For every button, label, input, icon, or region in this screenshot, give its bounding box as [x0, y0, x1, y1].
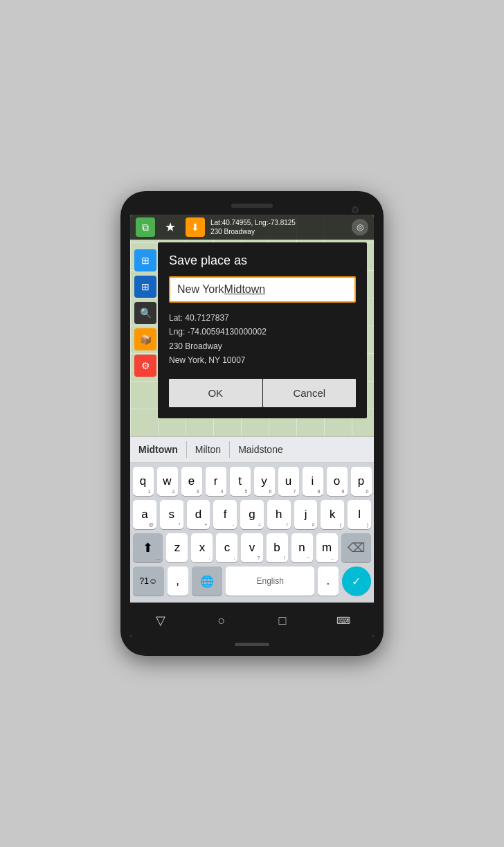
map-sidebar-icon-search[interactable]: 🔍: [134, 302, 156, 324]
key-backspace[interactable]: ⌫: [341, 533, 371, 562]
key-enter[interactable]: ✓: [342, 567, 371, 596]
key-c[interactable]: c;: [216, 533, 237, 562]
keyboard-rows: q1 w2 e3 r4 t5 y6 u7 i8 o9 p0 a@ s* d+ f…: [130, 463, 374, 603]
key-y[interactable]: y6: [254, 467, 275, 496]
key-o[interactable]: o9: [327, 467, 348, 496]
key-symbols[interactable]: ?1☺: [133, 567, 164, 596]
key-row-2: a@ s* d+ f- g= h/ j# k( l): [133, 500, 371, 529]
keyboard-area: Midtown Milton Maidstone q1 w2 e3 r4 t5 …: [130, 436, 374, 603]
key-row-3: ⬆— z x: c; v? b! n~ m... ⌫: [133, 533, 371, 562]
key-b[interactable]: b!: [267, 533, 288, 562]
nav-back-button[interactable]: ▽: [147, 609, 174, 632]
map-sidebar-icon-location[interactable]: 📦: [134, 328, 156, 350]
autocomplete-item-2[interactable]: Maidstone: [230, 441, 291, 458]
key-f[interactable]: f-: [213, 500, 237, 529]
input-text-underline: Midtown: [224, 283, 266, 296]
key-m[interactable]: m...: [316, 533, 338, 562]
nav-home-button[interactable]: ○: [208, 609, 235, 632]
map-left-icons: ⊞ ⊞ 🔍 📦 ⚙: [134, 249, 156, 377]
map-icon-share[interactable]: ★: [161, 217, 180, 237]
save-place-dialog: Save place as New York Midtown Lat: 40.7…: [158, 242, 367, 418]
autocomplete-bar: Midtown Milton Maidstone: [130, 437, 374, 463]
input-text-plain: New York: [177, 283, 224, 296]
nav-recent-button[interactable]: □: [269, 609, 296, 632]
phone-device: ⧉ ★ ⬇ Lat:40.74955, Lng:-73.8125 230 Bro…: [120, 191, 384, 656]
map-icon-copy[interactable]: ⧉: [136, 217, 155, 237]
key-k[interactable]: k(: [321, 500, 344, 529]
key-q[interactable]: q1: [133, 467, 154, 496]
key-globe[interactable]: 🌐: [192, 567, 223, 596]
map-location-icon[interactable]: ◎: [352, 219, 368, 235]
autocomplete-item-1[interactable]: Milton: [187, 441, 230, 458]
key-a[interactable]: a@: [133, 500, 156, 529]
key-r[interactable]: r4: [206, 467, 226, 496]
map-area: ⧉ ★ ⬇ Lat:40.74955, Lng:-73.8125 230 Bro…: [130, 215, 374, 436]
key-p[interactable]: p0: [351, 467, 372, 496]
front-camera: [352, 206, 359, 213]
map-coords: Lat:40.74955, Lng:-73.8125 230 Broadway: [210, 218, 346, 236]
dialog-title: Save place as: [169, 253, 356, 268]
key-comma[interactable]: ,: [168, 567, 188, 596]
map-sidebar-icon-1[interactable]: ⊞: [134, 249, 156, 271]
key-space[interactable]: English: [226, 567, 314, 596]
key-w[interactable]: w2: [157, 467, 178, 496]
key-g[interactable]: g=: [240, 500, 264, 529]
nav-keyboard-button[interactable]: ⌨: [330, 609, 357, 632]
key-z[interactable]: z: [166, 533, 188, 562]
dialog-buttons: OK Cancel: [169, 379, 356, 407]
key-j[interactable]: j#: [294, 500, 318, 529]
phone-home-indicator: [235, 643, 269, 646]
key-h[interactable]: h/: [267, 500, 291, 529]
key-period[interactable]: .: [318, 567, 339, 596]
key-e[interactable]: e3: [181, 467, 202, 496]
key-t[interactable]: t5: [230, 467, 251, 496]
key-s[interactable]: s*: [160, 500, 183, 529]
cancel-button[interactable]: Cancel: [263, 379, 357, 407]
map-sidebar-icon-settings[interactable]: ⚙: [134, 355, 156, 377]
key-l[interactable]: l): [348, 500, 371, 529]
ok-button[interactable]: OK: [169, 379, 262, 407]
key-u[interactable]: u7: [278, 467, 299, 496]
key-i[interactable]: i8: [303, 467, 323, 496]
autocomplete-item-0[interactable]: Midtown: [138, 441, 187, 458]
key-row-4: ?1☺ , 🌐 English . ✓: [133, 567, 371, 596]
key-n[interactable]: n~: [291, 533, 313, 562]
key-row-1: q1 w2 e3 r4 t5 y6 u7 i8 o9 p0: [133, 467, 371, 496]
map-icon-download[interactable]: ⬇: [186, 217, 205, 237]
map-top-bar: ⧉ ★ ⬇ Lat:40.74955, Lng:-73.8125 230 Bro…: [130, 215, 374, 240]
dialog-place-info: Lat: 40.7127837 Lng: -74.00594130000002 …: [169, 311, 356, 368]
key-d[interactable]: d+: [187, 500, 210, 529]
speaker: [231, 204, 273, 208]
key-x[interactable]: x:: [191, 533, 213, 562]
phone-screen: ⧉ ★ ⬇ Lat:40.74955, Lng:-73.8125 230 Bro…: [130, 215, 374, 637]
key-shift[interactable]: ⬆—: [133, 533, 163, 562]
map-sidebar-icon-2[interactable]: ⊞: [134, 276, 156, 298]
nav-bar: ▽ ○ □ ⌨: [130, 603, 374, 637]
dialog-input-field[interactable]: New York Midtown: [169, 276, 356, 303]
key-v[interactable]: v?: [241, 533, 262, 562]
